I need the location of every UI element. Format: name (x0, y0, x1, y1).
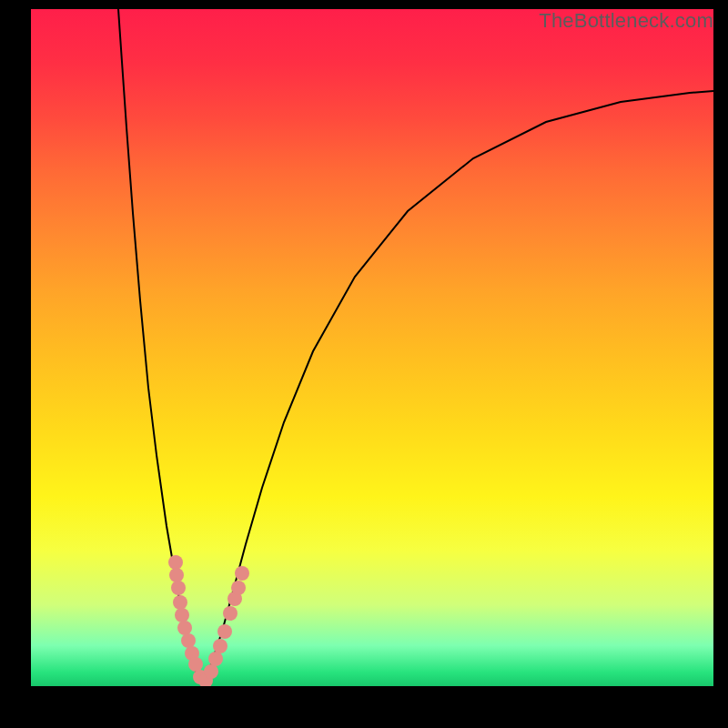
marker-group (168, 555, 249, 686)
data-marker (208, 652, 223, 666)
data-marker (223, 606, 238, 621)
curve-left (118, 9, 201, 682)
data-marker (181, 633, 196, 648)
data-marker (169, 568, 184, 582)
chart-svg (31, 9, 713, 686)
data-marker (188, 657, 203, 672)
data-marker (217, 624, 232, 639)
data-marker (177, 621, 192, 635)
data-marker (235, 566, 249, 581)
data-marker (204, 664, 218, 679)
data-marker (175, 608, 189, 622)
data-marker (171, 581, 186, 595)
chart-frame: TheBottleneck.com (0, 0, 728, 728)
data-marker (173, 595, 187, 610)
data-marker (213, 639, 228, 653)
data-marker (231, 581, 246, 595)
curve-right (201, 91, 713, 682)
data-marker (168, 555, 183, 570)
